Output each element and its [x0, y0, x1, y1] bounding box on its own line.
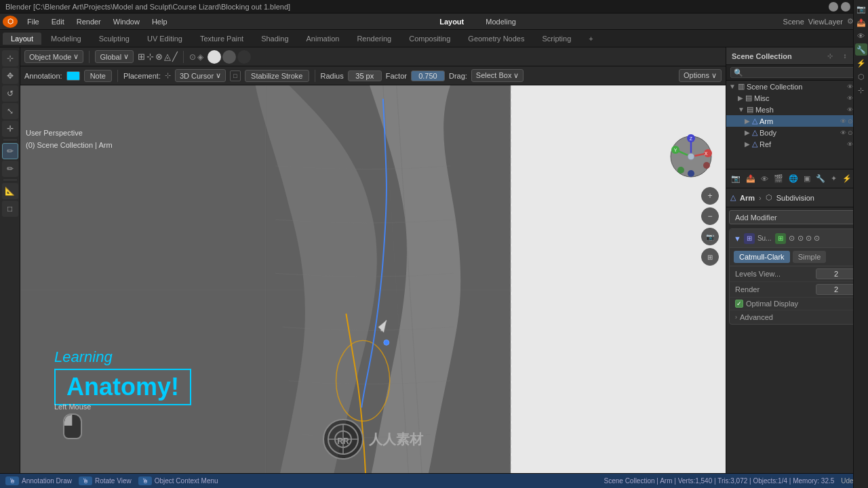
- tool-rotate[interactable]: ↺: [2, 85, 18, 102]
- menu-render[interactable]: Render: [71, 16, 106, 27]
- render-value[interactable]: 2: [816, 284, 856, 295]
- prop-icon-world[interactable]: 🌐: [787, 173, 800, 184]
- placement-toggle[interactable]: □: [230, 70, 241, 81]
- mod-card-arrow[interactable]: ▼: [734, 235, 741, 243]
- tab-geometry-nodes[interactable]: Geometry Nodes: [460, 33, 532, 45]
- arm-eye[interactable]: 👁: [840, 118, 846, 125]
- transform-icon-1[interactable]: ⊞: [138, 52, 145, 62]
- transform-icon-3[interactable]: ⊗: [155, 52, 163, 62]
- prop-icon-output[interactable]: 📤: [744, 173, 757, 184]
- minimize-button[interactable]: [829, 2, 838, 12]
- mod-green-icon[interactable]: ⊞: [775, 233, 786, 244]
- menu-window[interactable]: Window: [108, 16, 145, 27]
- prop-icon-object[interactable]: ▣: [802, 173, 812, 184]
- tool-scale[interactable]: ⤡: [2, 103, 18, 119]
- tab-modeling[interactable]: Modeling: [43, 33, 90, 45]
- note-btn[interactable]: Note: [84, 70, 112, 82]
- radius-value[interactable]: 35 px: [348, 70, 382, 81]
- tool-transform[interactable]: ✛: [2, 121, 18, 137]
- outliner-ref[interactable]: ▶ △ Ref 👁 ⊙ 📷: [726, 138, 868, 150]
- transform-dropdown[interactable]: Global ∨: [95, 50, 134, 63]
- outliner-sort-btn[interactable]: ↕: [839, 50, 851, 62]
- outliner-filter-btn[interactable]: ⊹: [824, 50, 836, 62]
- mesh-eye[interactable]: 👁: [847, 106, 853, 113]
- advanced-row[interactable]: › Advanced: [730, 310, 868, 324]
- shading-solid[interactable]: [208, 50, 221, 64]
- select-box-dropdown[interactable]: Select Box ∨: [471, 69, 524, 82]
- blender-logo[interactable]: ⬡: [3, 16, 18, 28]
- menu-file[interactable]: File: [22, 16, 45, 27]
- outliner-scene-collection[interactable]: ▼ ▥ Scene Collection 👁 ⊙ 📷: [726, 81, 868, 92]
- transform-icon-2[interactable]: ⊹: [146, 52, 154, 62]
- options-dropdown[interactable]: Options ∨: [679, 69, 722, 82]
- tool-annotate[interactable]: ✏: [2, 143, 18, 159]
- catmull-clark-btn[interactable]: Catmull-Clark: [734, 251, 790, 263]
- tool-cursor[interactable]: ⊹: [2, 50, 18, 66]
- tool-move[interactable]: ✥: [2, 68, 18, 84]
- col-eye[interactable]: 👁: [847, 83, 853, 90]
- frame-all-btn[interactable]: ⊞: [701, 248, 719, 266]
- tab-uv-editing[interactable]: UV Editing: [139, 33, 191, 45]
- menu-layout[interactable]: Layout: [434, 16, 469, 27]
- overlay-icon[interactable]: ⊙: [189, 52, 196, 62]
- body-restrict[interactable]: ⊙: [848, 129, 853, 136]
- simple-btn[interactable]: Simple: [793, 251, 827, 263]
- misc-icon: ▤: [745, 94, 752, 102]
- shading-rendered[interactable]: [237, 50, 251, 64]
- tab-layout[interactable]: Layout: [3, 33, 41, 45]
- menu-help[interactable]: Help: [146, 16, 173, 27]
- tab-rendering[interactable]: Rendering: [349, 33, 399, 45]
- annotation-color[interactable]: [66, 71, 80, 81]
- transform-icon-5[interactable]: ╱: [172, 52, 178, 62]
- outliner-search-input[interactable]: [730, 67, 867, 78]
- zoom-out-btn[interactable]: −: [701, 207, 719, 225]
- outliner-arm[interactable]: ▶ △ Arm 👁 ⊙ 📷 ⊹: [726, 115, 868, 127]
- outliner-body[interactable]: ▶ △ Body 👁 ⊙ 📷 ⊹: [726, 127, 868, 138]
- misc-eye[interactable]: 👁: [847, 95, 853, 102]
- tab-sculpting[interactable]: Sculpting: [91, 33, 138, 45]
- shading-material[interactable]: [222, 50, 236, 64]
- tool-annotate-line[interactable]: ✏: [2, 161, 18, 177]
- prop-icon-particles[interactable]: ✦: [829, 173, 839, 184]
- tool-measure[interactable]: 📐: [2, 183, 18, 199]
- add-modifier-btn[interactable]: Add Modifier ∨: [729, 210, 868, 224]
- mod-display-btn[interactable]: Su...: [757, 235, 772, 242]
- outliner-mesh[interactable]: ▼ ▤ Mesh 👁 ⊙ 📷: [726, 104, 868, 115]
- nav-gizmo[interactable]: X Y Z: [667, 133, 715, 180]
- camera-btn[interactable]: 📷: [701, 228, 719, 245]
- tab-compositing[interactable]: Compositing: [401, 33, 458, 45]
- levels-view-value[interactable]: 2: [816, 268, 856, 279]
- tab-scripting[interactable]: Scripting: [534, 33, 579, 45]
- prop-icon-render[interactable]: 📷: [729, 173, 743, 184]
- menu-modeling[interactable]: Modeling: [480, 16, 521, 27]
- xray-icon[interactable]: ◈: [197, 52, 203, 62]
- menu-edit[interactable]: Edit: [46, 16, 70, 27]
- optimal-display-checkbox[interactable]: ✓: [735, 300, 743, 308]
- stabilize-btn[interactable]: Stabilize Stroke: [245, 70, 309, 82]
- arm-restrict[interactable]: ⊙: [848, 118, 853, 125]
- prop-icon-modifier[interactable]: 🔧: [814, 173, 827, 184]
- body-eye[interactable]: 👁: [840, 129, 846, 136]
- tab-animation[interactable]: Animation: [298, 33, 348, 45]
- transform-icon-4[interactable]: ◬: [164, 52, 171, 62]
- cursor-dropdown[interactable]: 3D Cursor ∨: [175, 69, 226, 82]
- tab-add[interactable]: +: [580, 33, 601, 45]
- maximize-button[interactable]: [841, 2, 850, 12]
- optimal-display-row: ✓ Optimal Display: [730, 298, 868, 310]
- factor-value[interactable]: 0.750: [411, 70, 445, 81]
- tab-texture-paint[interactable]: Texture Paint: [192, 33, 252, 45]
- ref-label: Ref: [760, 140, 771, 148]
- outliner-misc[interactable]: ▶ ▤ Misc 👁 ⊙ 📷: [726, 92, 868, 104]
- object-mode-dropdown[interactable]: Object Mode ∨: [24, 50, 83, 63]
- prop-obj-icon: △: [730, 193, 736, 202]
- prop-icon-scene[interactable]: 🎬: [772, 173, 785, 184]
- tab-shading[interactable]: Shading: [253, 33, 296, 45]
- viewport[interactable]: Object Mode ∨ Global ∨ ⊞ ⊹ ⊗ ◬ ╱ ⊙ ◈: [20, 47, 726, 473]
- tool-add[interactable]: □: [2, 201, 18, 217]
- ref-eye[interactable]: 👁: [847, 141, 853, 148]
- prop-icon-view[interactable]: 👁: [759, 174, 770, 184]
- svg-point-7: [384, 340, 389, 345]
- prop-icon-physics[interactable]: ⚡: [840, 173, 854, 184]
- add-modifier-label: Add Modifier: [735, 214, 777, 222]
- zoom-in-btn[interactable]: +: [701, 187, 719, 205]
